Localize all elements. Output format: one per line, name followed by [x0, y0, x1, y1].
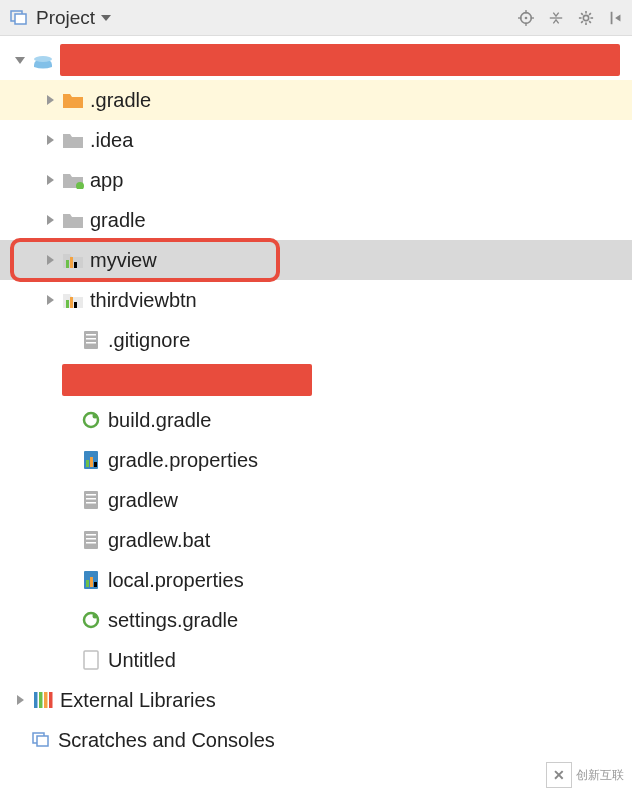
- tree-item-gitignore[interactable]: .gitignore: [0, 320, 632, 360]
- tree-item-app-module[interactable]: app: [0, 160, 632, 200]
- svg-line-15: [589, 21, 591, 23]
- project-toolbar: Project: [0, 0, 632, 36]
- svg-rect-39: [86, 498, 96, 500]
- gradle-file-icon: [80, 409, 102, 431]
- expand-arrow-icon[interactable]: [44, 294, 56, 306]
- gear-icon[interactable]: [578, 10, 594, 26]
- gradle-file-icon: [80, 609, 102, 631]
- project-root-icon: [32, 49, 54, 71]
- tree-item-gradle-folder[interactable]: .gradle: [0, 80, 632, 120]
- tree-item-gradlew-bat[interactable]: gradlew.bat: [0, 520, 632, 560]
- svg-rect-46: [86, 580, 89, 587]
- text-file-icon: [80, 529, 102, 551]
- tree-item-external-libraries[interactable]: External Libraries: [0, 680, 632, 720]
- view-selector-label[interactable]: Project: [36, 7, 95, 29]
- watermark: ✕ 创新互联: [546, 762, 624, 788]
- svg-point-19: [34, 56, 52, 62]
- tree-item-label: Untitled: [108, 649, 176, 672]
- blank-file-icon: [80, 649, 102, 671]
- svg-point-32: [93, 414, 98, 419]
- scratches-icon: [30, 729, 52, 751]
- tree-item-gradle-properties[interactable]: gradle.properties: [0, 440, 632, 480]
- svg-rect-52: [34, 692, 38, 708]
- project-tree: .gradle .idea app gradle myview: [0, 36, 632, 760]
- tree-item-label: .gradle: [90, 89, 151, 112]
- dropdown-icon[interactable]: [101, 15, 111, 21]
- expand-arrow-icon[interactable]: [44, 94, 56, 106]
- tree-item-build-gradle[interactable]: build.gradle: [0, 400, 632, 440]
- properties-file-icon: [80, 449, 102, 471]
- svg-rect-26: [74, 302, 77, 308]
- tree-item-label: app: [90, 169, 123, 192]
- collapse-icon[interactable]: [548, 10, 564, 26]
- expand-arrow-icon[interactable]: [44, 254, 56, 266]
- svg-rect-42: [86, 534, 96, 536]
- text-file-icon: [80, 489, 102, 511]
- tree-item-label: settings.gradle: [108, 609, 238, 632]
- expand-arrow-icon[interactable]: [14, 54, 26, 66]
- expand-arrow-icon[interactable]: [14, 694, 26, 706]
- svg-rect-30: [86, 342, 96, 344]
- svg-rect-25: [70, 297, 73, 308]
- library-module-icon: [62, 249, 84, 271]
- tree-item-label: local.properties: [108, 569, 244, 592]
- svg-rect-55: [49, 692, 53, 708]
- hide-icon[interactable]: [608, 10, 624, 26]
- svg-line-14: [581, 13, 583, 15]
- tree-item-local-properties[interactable]: local.properties: [0, 560, 632, 600]
- tree-item-label: gradle: [90, 209, 146, 232]
- svg-rect-22: [70, 257, 73, 268]
- svg-point-3: [525, 16, 528, 19]
- svg-rect-41: [84, 531, 98, 549]
- tree-item-label: myview: [90, 249, 157, 272]
- target-icon[interactable]: [518, 10, 534, 26]
- tree-item-idea-folder[interactable]: .idea: [0, 120, 632, 160]
- tree-item-label: build.gradle: [108, 409, 211, 432]
- watermark-logo-icon: ✕: [546, 762, 572, 788]
- svg-rect-1: [15, 14, 26, 24]
- expand-arrow-icon[interactable]: [44, 174, 56, 186]
- svg-rect-53: [39, 692, 43, 708]
- tree-root-project[interactable]: [0, 40, 632, 80]
- svg-rect-51: [84, 651, 98, 669]
- svg-rect-47: [90, 577, 93, 587]
- svg-rect-27: [84, 331, 98, 349]
- svg-point-50: [93, 614, 98, 619]
- expand-arrow-icon[interactable]: [44, 214, 56, 226]
- tree-item-untitled[interactable]: Untitled: [0, 640, 632, 680]
- expand-arrow-icon[interactable]: [44, 134, 56, 146]
- tree-item-gradle-module[interactable]: gradle: [0, 200, 632, 240]
- svg-line-17: [589, 13, 591, 15]
- svg-rect-21: [66, 260, 69, 268]
- tree-item-label: .idea: [90, 129, 133, 152]
- tree-item-settings-gradle[interactable]: settings.gradle: [0, 600, 632, 640]
- folder-icon: [62, 89, 84, 111]
- svg-rect-38: [86, 494, 96, 496]
- tree-item-redacted[interactable]: [0, 360, 632, 400]
- folder-icon: [62, 209, 84, 231]
- svg-rect-48: [94, 582, 97, 587]
- svg-rect-28: [86, 334, 96, 336]
- watermark-text: 创新互联: [576, 767, 624, 784]
- svg-rect-37: [84, 491, 98, 509]
- svg-rect-35: [90, 457, 93, 467]
- svg-rect-43: [86, 538, 96, 540]
- library-module-icon: [62, 289, 84, 311]
- properties-file-icon: [80, 569, 102, 591]
- tree-item-label: thirdviewbtn: [90, 289, 197, 312]
- svg-rect-24: [66, 300, 69, 308]
- tree-item-thirdviewbtn-module[interactable]: thirdviewbtn: [0, 280, 632, 320]
- svg-rect-54: [44, 692, 48, 708]
- redacted-project-name: [60, 44, 620, 76]
- svg-rect-23: [74, 262, 77, 268]
- svg-point-9: [583, 15, 588, 20]
- tree-item-label: gradlew: [108, 489, 178, 512]
- svg-rect-57: [37, 736, 48, 746]
- tree-item-gradlew[interactable]: gradlew: [0, 480, 632, 520]
- text-file-icon: [80, 329, 102, 351]
- tree-item-label: External Libraries: [60, 689, 216, 712]
- svg-rect-34: [86, 460, 89, 467]
- tree-item-myview-module[interactable]: myview: [0, 240, 632, 280]
- tree-item-scratches[interactable]: Scratches and Consoles: [0, 720, 632, 760]
- svg-rect-40: [86, 502, 96, 504]
